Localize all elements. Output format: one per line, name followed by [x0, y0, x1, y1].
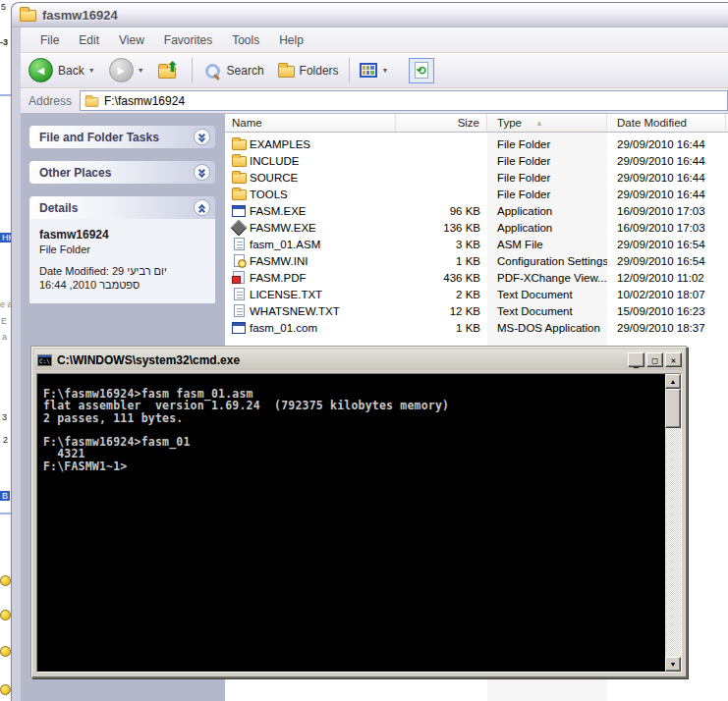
search-icon[interactable]: [204, 63, 220, 79]
console-line: 2 passes, 111 bytes.: [43, 411, 661, 423]
menu-tools[interactable]: Tools: [222, 30, 269, 50]
console-line: [43, 423, 661, 435]
forward-dropdown-icon[interactable]: ▼: [138, 67, 144, 74]
scroll-up-icon[interactable]: ▲: [665, 374, 681, 389]
address-value: F:\fasmw16924: [104, 94, 185, 108]
column-header-date-modified[interactable]: Date Modified: [607, 114, 726, 132]
menu-favorites[interactable]: Favorites: [154, 30, 222, 50]
file-row[interactable]: TOOLS File Folder 29/09/2010 16:44: [225, 186, 728, 202]
file-row[interactable]: SOURCE File Folder 29/09/2010 16:44: [225, 169, 728, 186]
folder-icon: [230, 172, 248, 184]
cmd-window-title: C:\WINDOWS\system32\cmd.exe: [57, 353, 626, 367]
file-row[interactable]: fasm_01.com 1 KB MS-DOS Application 29/0…: [225, 319, 728, 336]
chevron-down-icon[interactable]: [194, 129, 210, 145]
file-row[interactable]: FASMW.EXE 136 KB Application 16/09/2010 …: [225, 219, 728, 236]
text-file-icon: [230, 304, 248, 317]
folders-icon[interactable]: [278, 66, 295, 78]
console-line: F:\fasmw16924>fasm_01: [43, 435, 661, 447]
up-button[interactable]: ⬆: [158, 63, 178, 79]
bg-text-fragment: 5: [1, 2, 6, 12]
details-folder-name: fasmw16924: [39, 228, 205, 242]
menu-edit[interactable]: Edit: [69, 30, 109, 50]
panel-title: File and Folder Tasks: [39, 131, 159, 144]
console-line: 4321: [43, 447, 661, 458]
menu-help[interactable]: Help: [269, 30, 313, 50]
console-line: flat assembler version 1.69.24 (792375 k…: [43, 399, 661, 410]
maximize-button[interactable]: □: [646, 352, 663, 367]
folder-icon: [230, 189, 248, 200]
folder-icon: [20, 10, 36, 22]
file-row[interactable]: INCLUDE File Folder 29/09/2010 16:44: [225, 152, 728, 169]
back-button[interactable]: ◄: [28, 58, 53, 82]
folder-icon: [230, 138, 248, 150]
file-row[interactable]: EXAMPLES File Folder 29/09/2010 16:44: [225, 135, 728, 152]
panel-title: Other Places: [39, 166, 111, 180]
console-line: F:\FASMW1~1>: [43, 459, 661, 471]
file-row[interactable]: FASM.EXE 96 KB Application 16/09/2010 17…: [225, 202, 728, 219]
file-row[interactable]: LICENSE.TXT 2 KB Text Document 10/02/201…: [225, 286, 728, 302]
up-arrow-icon: ⬆: [167, 59, 179, 75]
pdf-file-icon: [230, 271, 248, 284]
folder-icon: [230, 155, 248, 167]
chevron-down-icon[interactable]: [194, 164, 210, 181]
column-header-type[interactable]: Type▲: [487, 114, 607, 132]
panel-title: Details: [39, 201, 78, 215]
views-button[interactable]: [360, 63, 377, 78]
console-text: F:\fasmw16924>fasm fasm_01.asm flat asse…: [43, 387, 661, 471]
menu-view[interactable]: View: [109, 30, 154, 50]
minimize-button[interactable]: _: [628, 352, 644, 367]
file-row[interactable]: FASMW.INI 1 KB Configuration Settings 29…: [225, 252, 728, 269]
configuration-file-icon: [230, 254, 248, 267]
views-dropdown-icon[interactable]: ▼: [382, 67, 389, 74]
bg-text-fragment: E: [1, 316, 7, 326]
refresh-icon: ⟲: [415, 62, 428, 79]
cmd-window: C:\WINDOWS\system32\cmd.exe _ □ ✕ F:\fas…: [31, 347, 688, 678]
scrollbar-vertical[interactable]: ▲ ▼: [665, 374, 681, 672]
refresh-button[interactable]: ⟲: [409, 58, 434, 83]
sort-ascending-icon: ▲: [535, 119, 543, 128]
smiley-emoticon-icon: [0, 684, 11, 695]
explorer-titlebar[interactable]: fasmw16924: [12, 3, 728, 27]
back-dropdown-icon[interactable]: ▼: [88, 67, 95, 74]
column-header-name[interactable]: Name: [225, 114, 396, 132]
panel-file-folder-tasks: File and Folder Tasks: [29, 126, 215, 148]
file-row[interactable]: WHATSNEW.TXT 12 KB Text Document 15/09/2…: [225, 302, 728, 319]
back-label: Back: [58, 64, 84, 78]
details-body: fasmw16924 File Folder Date Modified: 29…: [29, 219, 215, 303]
window-title: fasmw16924: [42, 8, 118, 23]
panel-other-places: Other Places: [29, 161, 215, 184]
panel-header-file-folder-tasks[interactable]: File and Folder Tasks: [29, 126, 215, 148]
panel-header-details[interactable]: Details: [29, 196, 215, 219]
bg-text-fragment: 2: [3, 435, 8, 445]
address-input[interactable]: F:\fasmw16924: [80, 90, 728, 111]
toolbar-separator: [192, 58, 193, 83]
file-row[interactable]: FASM.PDF 436 KB PDF-XChange View... 12/0…: [225, 269, 728, 286]
bg-text-fragment: 3: [2, 412, 7, 422]
chevron-up-icon[interactable]: [194, 199, 210, 216]
msdos-application-icon: [230, 322, 248, 334]
menubar: File Edit View Favorites Tools Help: [21, 27, 728, 53]
bg-text-fragment: a: [2, 332, 7, 342]
cmd-titlebar[interactable]: C:\WINDOWS\system32\cmd.exe _ □ ✕: [34, 350, 684, 370]
panel-header-other-places[interactable]: Other Places: [29, 161, 215, 184]
close-button[interactable]: ✕: [665, 352, 682, 367]
scrollbar-thumb[interactable]: [665, 389, 681, 428]
forward-button[interactable]: ►: [109, 58, 134, 82]
smiley-emoticon-icon: [0, 575, 11, 586]
folders-label[interactable]: Folders: [300, 64, 339, 78]
search-label[interactable]: Search: [227, 64, 264, 78]
console-output[interactable]: F:\fasmw16924>fasm fasm_01.asm flat asse…: [36, 373, 682, 673]
bg-text-fragment: B: [0, 491, 10, 501]
file-row[interactable]: fasm_01.ASM 3 KB ASM File 29/09/2010 16:…: [225, 236, 728, 252]
smiley-emoticon-icon: [0, 646, 11, 657]
scroll-down-icon[interactable]: ▼: [665, 657, 681, 672]
toolbar: ◄ Back ▼ ► ▼ ⬆ Search Folders ▼ ⟲: [21, 53, 728, 88]
address-label: Address: [28, 94, 72, 108]
console-line: F:\fasmw16924>fasm fasm_01.asm: [43, 387, 661, 399]
text-file-icon: [230, 288, 248, 300]
column-header-size[interactable]: Size: [396, 114, 487, 132]
list-column-headers: Name Size Type▲ Date Modified: [225, 114, 728, 133]
menu-file[interactable]: File: [30, 30, 69, 50]
fasmw-application-icon: [230, 221, 248, 234]
toolbar-separator: [349, 58, 350, 83]
